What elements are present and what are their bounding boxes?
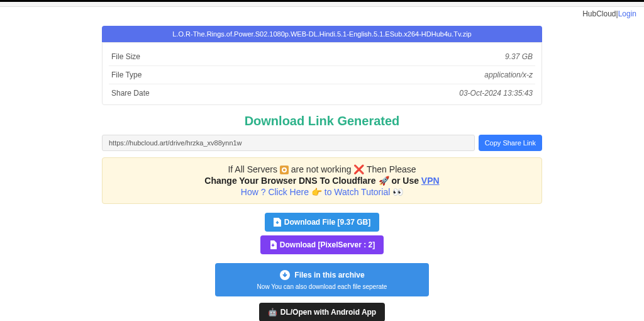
- header-bar: HubCloud | Login: [0, 7, 644, 21]
- file-icon: [274, 218, 281, 227]
- info-row-size: File Size 9.37 GB: [109, 48, 535, 66]
- download-circle-icon: [279, 269, 291, 281]
- server-icon: [280, 166, 289, 174]
- main-container: L.O.R-The.Rings.of.Power.S02.1080p.WEB-D…: [96, 26, 548, 321]
- notice-text: Change Your Browser DNS To Cloudflare: [204, 176, 378, 186]
- brand-label: HubCloud: [582, 9, 616, 18]
- notice-text: Then Please: [367, 164, 416, 174]
- download-buttons: Download File [9.37 GB] Download [PixelS…: [102, 213, 542, 254]
- rocket-icon: 🚀: [379, 176, 389, 186]
- info-value: application/x-z: [484, 70, 533, 79]
- info-row-type: File Type application/x-z: [109, 66, 535, 84]
- share-row: Copy Share Link: [102, 135, 542, 151]
- info-row-date: Share Date 03-Oct-2024 13:35:43: [109, 84, 535, 102]
- android-icon: 🤖: [268, 308, 277, 317]
- file-icon: [269, 240, 277, 249]
- file-info-card: File Size 9.37 GB File Type application/…: [102, 42, 542, 105]
- cross-icon: ❌: [353, 164, 364, 174]
- top-spacer: [0, 2, 644, 7]
- button-label: DL/Open with Android App: [280, 308, 376, 317]
- vpn-link[interactable]: VPN: [421, 176, 440, 186]
- archive-box[interactable]: Files in this archive Now You can also d…: [215, 263, 429, 296]
- eyes-icon: 👀: [392, 187, 403, 197]
- info-label: Share Date: [111, 89, 150, 98]
- login-link[interactable]: Login: [618, 9, 636, 18]
- info-value: 9.37 GB: [505, 52, 533, 61]
- share-url-input[interactable]: [102, 135, 475, 151]
- point-icon: 👉: [311, 187, 322, 197]
- file-title-bar: L.O.R-The.Rings.of.Power.S02.1080p.WEB-D…: [102, 26, 542, 42]
- tutorial-link[interactable]: How ? Click Here 👉 to Watch Tutorial 👀: [241, 187, 403, 197]
- notice-text: How ? Click Here: [241, 187, 311, 197]
- dns-notice: If All Servers are not working ❌ Then Pl…: [102, 157, 542, 204]
- notice-text: If All Servers: [228, 164, 279, 174]
- archive-subtitle: Now You can also download each file sepe…: [224, 283, 420, 290]
- generated-heading: Download Link Generated: [102, 114, 542, 128]
- download-pixel-button[interactable]: Download [PixelServer : 2]: [260, 235, 384, 254]
- android-app-button[interactable]: 🤖 DL/Open with Android App: [259, 303, 385, 321]
- archive-top: Files in this archive: [224, 269, 420, 281]
- button-label: Download [PixelServer : 2]: [280, 240, 375, 249]
- notice-text: or Use: [391, 176, 421, 186]
- button-label: Download File [9.37 GB]: [284, 218, 370, 227]
- copy-share-button[interactable]: Copy Share Link: [479, 135, 542, 151]
- notice-text: are not working: [291, 164, 354, 174]
- notice-line-2: Change Your Browser DNS To Cloudflare 🚀 …: [109, 176, 535, 186]
- notice-line-3: How ? Click Here 👉 to Watch Tutorial 👀: [109, 187, 535, 197]
- archive-label: Files in this archive: [294, 271, 364, 279]
- notice-line-1: If All Servers are not working ❌ Then Pl…: [109, 164, 535, 174]
- download-file-button[interactable]: Download File [9.37 GB]: [265, 213, 379, 232]
- info-label: File Type: [111, 70, 142, 79]
- info-label: File Size: [111, 52, 140, 61]
- notice-text: to Watch Tutorial: [325, 187, 392, 197]
- android-row: 🤖 DL/Open with Android App: [102, 303, 542, 321]
- info-value: 03-Oct-2024 13:35:43: [459, 89, 533, 98]
